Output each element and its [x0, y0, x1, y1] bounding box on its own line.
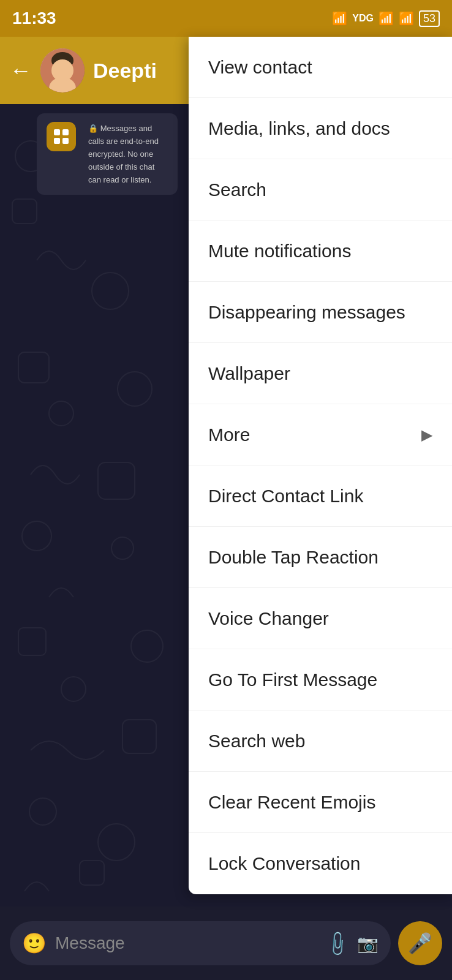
svg-rect-6	[12, 199, 37, 224]
menu-item-go-to-first-message[interactable]: Go To First Message	[189, 649, 452, 710]
camera-icon[interactable]: 📷	[357, 933, 379, 954]
attach-icon[interactable]: 📎	[323, 929, 352, 958]
menu-item-label: Direct Contact Link	[208, 486, 363, 507]
security-icon	[47, 122, 76, 151]
menu-item-label: Wallpaper	[208, 363, 290, 384]
menu-item-label: Voice Changer	[208, 608, 329, 629]
svg-point-20	[98, 824, 135, 861]
menu-item-label: Media, links, and docs	[208, 118, 390, 139]
svg-point-14	[111, 537, 134, 559]
menu-item-arrow-icon: ▶	[421, 426, 432, 443]
menu-item-label: Disappearing messages	[208, 302, 405, 323]
menu-item-view-contact[interactable]: View contact	[189, 37, 452, 98]
svg-rect-22	[54, 129, 60, 135]
menu-item-label: View contact	[208, 57, 312, 78]
back-button[interactable]: ←	[10, 58, 32, 83]
security-text: 🔒 Messages and calls are end-to-end encr…	[88, 122, 168, 186]
wifi-icon: 📶	[332, 11, 347, 26]
svg-point-13	[22, 521, 51, 551]
svg-rect-9	[18, 352, 49, 383]
status-icons: 📶 YDG 📶 📶 53	[332, 10, 440, 27]
menu-item-label: Lock Conversation	[208, 853, 360, 874]
menu-item-label: Clear Recent Emojis	[208, 792, 375, 813]
menu-item-label: Mute notifications	[208, 241, 351, 262]
svg-rect-24	[54, 138, 60, 144]
menu-item-label: Double Tap Reaction	[208, 547, 379, 568]
svg-point-19	[29, 798, 56, 825]
svg-point-8	[92, 273, 129, 309]
menu-item-direct-contact-link[interactable]: Direct Contact Link	[189, 466, 452, 527]
svg-point-16	[131, 630, 163, 662]
menu-item-label: More	[208, 424, 250, 445]
menu-item-search[interactable]: Search	[189, 159, 452, 221]
svg-point-11	[118, 372, 152, 406]
svg-rect-25	[62, 138, 69, 144]
data-icon: YDG	[352, 13, 374, 24]
svg-rect-15	[18, 628, 46, 655]
svg-rect-12	[98, 462, 135, 499]
signal-icon: 📶	[379, 11, 394, 26]
menu-item-label: Go To First Message	[208, 669, 377, 690]
battery-icon: 53	[419, 10, 440, 27]
chat-background	[0, 104, 190, 907]
menu-item-double-tap-reaction[interactable]: Double Tap Reaction	[189, 527, 452, 588]
menu-item-wallpaper[interactable]: Wallpaper	[189, 343, 452, 404]
menu-item-clear-recent-emojis[interactable]: Clear Recent Emojis	[189, 772, 452, 833]
svg-rect-21	[80, 861, 104, 885]
avatar-image	[40, 48, 85, 92]
svg-rect-18	[122, 720, 156, 753]
status-bar: 11:33 📶 YDG 📶 📶 53	[0, 0, 452, 37]
menu-item-more[interactable]: More▶	[189, 404, 452, 466]
svg-point-10	[49, 401, 73, 426]
dropdown-menu: View contactMedia, links, and docsSearch…	[189, 37, 452, 894]
menu-item-media,-links,-and-docs[interactable]: Media, links, and docs	[189, 98, 452, 159]
mic-icon: 🎤	[408, 932, 432, 955]
avatar[interactable]	[40, 48, 85, 92]
menu-item-lock-conversation[interactable]: Lock Conversation	[189, 833, 452, 894]
status-time: 11:33	[12, 9, 56, 28]
mic-button[interactable]: 🎤	[398, 921, 442, 965]
svg-rect-23	[62, 129, 69, 135]
signal-icon2: 📶	[399, 11, 414, 26]
menu-item-disappearing-messages[interactable]: Disappearing messages	[189, 282, 452, 343]
input-bar: 🙂 Message 📎 📷 🎤	[0, 907, 452, 980]
menu-item-mute-notifications[interactable]: Mute notifications	[189, 221, 452, 282]
menu-item-search-web[interactable]: Search web	[189, 710, 452, 772]
contact-name[interactable]: Deepti	[93, 59, 157, 83]
emoji-icon[interactable]: 🙂	[22, 932, 47, 955]
security-bubble: 🔒 Messages and calls are end-to-end encr…	[37, 113, 178, 195]
message-input-field[interactable]: 🙂 Message 📎 📷	[10, 921, 391, 965]
menu-item-voice-changer[interactable]: Voice Changer	[189, 588, 452, 649]
menu-item-label: Search	[208, 179, 266, 200]
svg-point-3	[51, 52, 73, 69]
message-placeholder: Message	[55, 933, 318, 953]
menu-item-label: Search web	[208, 731, 305, 752]
svg-point-17	[61, 677, 86, 701]
